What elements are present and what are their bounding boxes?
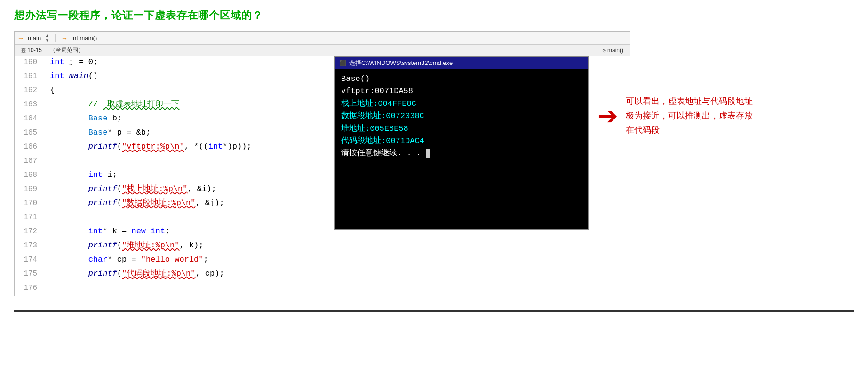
toolbar-func[interactable]: int main() [72,34,97,41]
cmd-titlebar: ⬛ 选择C:\WINDOWS\system32\cmd.exe [335,57,588,69]
page-container: 想办法写一段程序，论证一下虚表存在哪个区域的？ → main ▲ ▼ → int… [0,0,868,312]
cmd-body: Base() vftptr:0071DA58 栈上地址:004FFE8C 数据段… [335,69,588,229]
bottom-border [14,310,854,312]
breadcrumb-func[interactable]: ⊙ main() [598,47,627,54]
ide-breadcrumb: 🖼 10-15 （全局范围） ⊙ main() [15,45,630,56]
cmd-output-1: vftptr:0071DA58 [341,85,582,97]
code-line-176: 176 [15,282,630,296]
code-area: 160 int j = 0; 161 int main() 162 { [15,56,630,296]
annotation-text: 可以看出，虚表地址与代码段地址极为接近，可以推测出，虚表存放在代码段 [626,94,757,137]
breadcrumb-scope[interactable]: （全局范围） [46,46,598,54]
question-title: 想办法写一段程序，论证一下虚表存在哪个区域的？ [14,8,854,23]
toolbar-main[interactable]: main [28,34,41,41]
ide-body: 160 int j = 0; 161 int main() 162 { [15,56,630,296]
cmd-output-2: 栈上地址:004FFE8C [341,98,582,110]
cmd-output-3: 数据段地址:0072038C [341,110,582,122]
cmd-window: ⬛ 选择C:\WINDOWS\system32\cmd.exe Base() v… [334,56,589,230]
code-line-174: 174 char* cp = "hello world"; [15,254,630,268]
ide-window: → main ▲ ▼ → int main() 🖼 10-15 （全局范围） ⊙… [14,31,630,296]
toolbar-arrow2: → [61,34,68,42]
cmd-title: 选择C:\WINDOWS\system32\cmd.exe [349,58,453,68]
cmd-output-4: 堆地址:005E8E58 [341,123,582,135]
cmd-output-0: Base() [341,73,582,85]
ide-toolbar: → main ▲ ▼ → int main() [15,32,630,45]
cmd-output-5: 代码段地址:0071DAC4 [341,135,582,147]
toolbar-separator [55,34,56,42]
annotation-container: ➔ 可以看出，虚表地址与代码段地址极为接近，可以推测出，虚表存放在代码段 [597,94,757,137]
cmd-output-6: 请按任意键继续. . . _ [341,147,582,159]
code-line-173: 173 printf("堆地址:%p\n", k); [15,239,630,254]
code-line-175: 175 printf("代码段地址:%p\n", cp); [15,268,630,282]
toolbar-updown[interactable]: ▲ ▼ [45,33,49,43]
toolbar-arrow1: → [17,34,24,42]
breadcrumb-file[interactable]: 🖼 10-15 [17,47,46,54]
red-arrow-icon: ➔ [597,103,618,128]
cmd-icon: ⬛ [339,59,346,68]
